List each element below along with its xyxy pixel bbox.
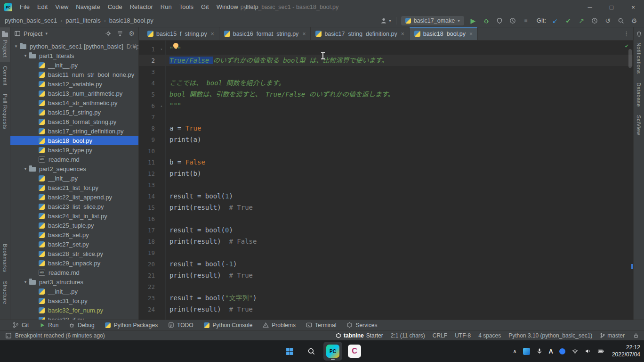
tray-app-icon[interactable] (523, 348, 530, 355)
tree-item-basic25_tuple-py[interactable]: basic25_tuple.py (10, 221, 138, 230)
editor-tab-basic17_string_definition-py[interactable]: basic17_string_definition.py× (311, 27, 409, 40)
code-line-3[interactable] (166, 66, 633, 77)
tray-expand-icon[interactable]: ∧ (513, 348, 516, 354)
tree-item-basic22_list_append-py[interactable]: basic22_list_append.py (10, 192, 138, 202)
maximize-button[interactable]: □ (601, 0, 622, 14)
code-line-18[interactable]: print(result) # False (166, 236, 633, 247)
tab-close-icon[interactable]: × (401, 31, 404, 37)
tree-item-basic18_bool-py[interactable]: basic18_bool.py (10, 136, 138, 145)
menu-navigate[interactable]: Navigate (72, 0, 104, 14)
toolwindow-terminal-button[interactable]: Terminal (301, 320, 341, 330)
toolwindow-services-button[interactable]: Services (341, 320, 382, 330)
project-view-icon[interactable] (14, 30, 21, 37)
line-number[interactable]: 13 (139, 181, 158, 189)
push-button[interactable]: ↗ (577, 16, 586, 25)
code-line-21[interactable]: print(result) # True (166, 270, 633, 281)
line-number[interactable]: 1 (139, 46, 158, 53)
line-number[interactable]: 14 (139, 193, 158, 200)
fold-marker-icon[interactable]: ▾ (158, 47, 165, 51)
tree-item-__init__-py[interactable]: __init__.py (10, 287, 138, 296)
menu-file[interactable]: File (16, 0, 33, 14)
menu-view[interactable]: View (51, 0, 72, 14)
battery-icon[interactable] (597, 348, 604, 354)
tree-item-basic12_variable-py[interactable]: basic12_variable.py (10, 79, 138, 89)
indent-widget[interactable]: 4 spaces (478, 332, 501, 339)
debug-button[interactable] (482, 16, 491, 25)
toolwindow-pull-requests-button[interactable]: Pull Requests (0, 90, 10, 133)
tree-item-readme-md[interactable]: MDreadme.md (10, 155, 138, 164)
code-line-17[interactable]: result = bool(0) (166, 224, 633, 236)
tree-item-part1_literals[interactable]: ▾part1_literals (10, 51, 138, 60)
tab-close-icon[interactable]: × (211, 31, 214, 37)
code-line-20[interactable]: result = bool(-1) (166, 258, 633, 270)
line-separator-widget[interactable]: CRLF (433, 332, 447, 339)
ime-mode-indicator[interactable]: A (549, 348, 553, 355)
line-number[interactable]: 4 (139, 80, 158, 87)
tree-item-python_basic_sec1-python_basic-[interactable]: ▾python_basic_sec1 [python_basic]D:¥proj… (10, 41, 138, 51)
line-number[interactable]: 12 (139, 170, 158, 177)
tree-item-basic28_str_slice-py[interactable]: basic28_str_slice.py (10, 249, 138, 258)
taskbar-clipchamp-button[interactable]: C (345, 342, 364, 361)
interpreter-widget[interactable]: Python 3.10 (python_basic_sec1) (508, 332, 592, 339)
collapse-all-icon[interactable] (117, 30, 123, 37)
code-line-22[interactable] (166, 281, 633, 292)
code-line-16[interactable] (166, 213, 633, 224)
code-line-6[interactable]: """ (166, 100, 633, 111)
line-number[interactable]: 6 (139, 102, 158, 109)
tree-item-basic19_type-py[interactable]: basic19_type.py (10, 145, 138, 155)
volume-icon[interactable] (585, 348, 591, 354)
code-line-11[interactable]: b = False (166, 156, 633, 168)
breadcrumb-item[interactable]: python_basic_sec1 (4, 17, 58, 24)
toolwindow-run-button[interactable]: Run (34, 320, 64, 330)
code-line-5[interactable]: bool 関数は、引数を渡すと、 True/False のいずれかの値を返します… (166, 89, 633, 100)
line-number[interactable]: 2 (139, 57, 158, 64)
tree-item-basic31_for-py[interactable]: basic31_for.py (10, 296, 138, 305)
breadcrumb-item[interactable]: part1_literals (64, 17, 101, 24)
toolwindow-structure-button[interactable]: Structure (0, 277, 10, 308)
line-number[interactable]: 19 (139, 249, 158, 256)
menu-refactor[interactable]: Refactor (126, 0, 157, 14)
tree-item-basic16_format_string-py[interactable]: basic16_format_string.py (10, 117, 138, 126)
tree-item-basic26_set-py[interactable]: basic26_set.py (10, 230, 138, 239)
menu-git[interactable]: Git (197, 0, 213, 14)
code-line-4[interactable]: ここでは、 bool 関数を紹介します。 (166, 77, 633, 89)
editor-tab-basic15_f_string-py[interactable]: basic15_f_string.py× (143, 27, 219, 40)
tree-item-readme-md[interactable]: MDreadme.md (10, 268, 138, 277)
toolwindow-todo-button[interactable]: TODO (163, 320, 198, 330)
history-button[interactable] (590, 16, 599, 25)
microphone-icon[interactable] (536, 348, 543, 354)
code-line-10[interactable] (166, 145, 633, 156)
breadcrumb-item[interactable]: basic18_bool.py (108, 17, 154, 24)
toolwindow-python-console-button[interactable]: Python Console (199, 320, 258, 330)
toolwindow-quick-access-icon[interactable] (5, 332, 12, 339)
line-number[interactable]: 3 (139, 68, 158, 75)
code-line-8[interactable]: a = True (166, 123, 633, 134)
close-button[interactable]: × (622, 0, 644, 14)
line-number[interactable]: 7 (139, 114, 158, 121)
menu-edit[interactable]: Edit (33, 0, 51, 14)
run-configuration-select[interactable]: basic17_omake ▾ (401, 16, 464, 25)
tray-status-icon[interactable] (559, 348, 565, 354)
line-number[interactable]: 23 (139, 295, 158, 302)
encoding-widget[interactable]: UTF-8 (455, 332, 471, 339)
caret-position-widget[interactable]: 2:1 (11 chars) (391, 332, 425, 339)
settings-gear-icon[interactable]: ⚙ (630, 16, 638, 25)
tree-expand-icon[interactable]: ▾ (22, 280, 29, 284)
tab-close-icon[interactable]: × (302, 31, 306, 37)
toolwindow-notifications-button[interactable]: Notifications (634, 38, 644, 78)
line-number[interactable]: 8 (139, 125, 158, 132)
line-number[interactable]: 9 (139, 136, 158, 143)
status-message[interactable]: Breakpoint reached (6 minutes ago) (15, 332, 105, 339)
toolwindow-git-button[interactable]: Git (8, 320, 34, 330)
commit-button[interactable]: ✔ (564, 16, 572, 25)
code-line-14[interactable]: result = bool(1) (166, 190, 633, 202)
code-line-24[interactable]: print(result) # True (166, 304, 633, 315)
start-button[interactable] (280, 342, 299, 361)
line-number[interactable]: 21 (139, 272, 158, 279)
tree-item-basic11_num_str_bool_none-py[interactable]: basic11_num_str_bool_none.py (10, 70, 138, 79)
menu-run[interactable]: Run (157, 0, 176, 14)
tree-item-basic29_unpack-py[interactable]: basic29_unpack.py (10, 258, 138, 268)
toolwindow-debug-button[interactable]: Debug (64, 320, 99, 330)
line-number[interactable]: 16 (139, 215, 158, 222)
user-account-button[interactable]: ▾ (379, 16, 391, 25)
